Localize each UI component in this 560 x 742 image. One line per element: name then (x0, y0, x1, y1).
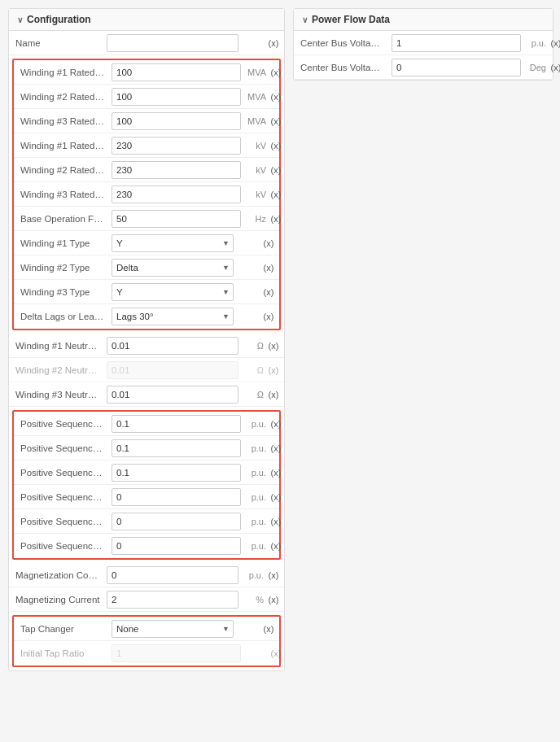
winding3-type-select[interactable]: Y Delta (112, 283, 234, 301)
pos-seq-6-input[interactable] (112, 537, 241, 555)
winding3-type-row: Winding #3 Type Y Delta ▼ (x) (14, 280, 279, 304)
winding3-rated-mva-input[interactable] (112, 112, 241, 130)
winding3-rated-kv-unit: kV (243, 190, 266, 199)
mag-conductance-row: Magnetization Con... p.u. (x) (9, 563, 284, 587)
winding3-neutral-input[interactable] (107, 386, 238, 404)
pos-seq-2-unit: p.u. (243, 443, 266, 453)
winding2-neutral-label: Winding #2 Neutral... (9, 364, 107, 377)
pos-seq-3-wrap: p.u. (x) (112, 464, 287, 482)
winding1-rated-mva-row: Winding #1 Rated ... MVA (x) (14, 60, 279, 85)
center-bus-voltage-pu-x[interactable]: (x) (549, 38, 560, 48)
pos-seq-6-x[interactable]: (x) (269, 541, 287, 551)
delta-lags-x[interactable]: (x) (261, 312, 279, 321)
base-freq-input[interactable] (112, 210, 241, 228)
winding3-neutral-row: Winding #3 Neutral... Ω (x) (9, 382, 284, 407)
mag-current-x[interactable]: (x) (266, 595, 284, 605)
pos-seq-6-label: Positive Sequence ... (14, 539, 112, 552)
winding1-neutral-input[interactable] (107, 337, 238, 355)
center-bus-voltage-pu-row: Center Bus Voltage... p.u. (x) (294, 31, 553, 55)
winding1-rated-mva-input[interactable] (112, 63, 241, 81)
base-freq-x[interactable]: (x) (269, 214, 287, 224)
right-panel: ∨ Power Flow Data Center Bus Voltage... … (293, 8, 553, 81)
initial-tap-ratio-x: (x) (269, 648, 287, 658)
pos-seq-1-wrap: p.u. (x) (112, 415, 287, 433)
mag-conductance-input[interactable] (107, 566, 238, 584)
winding1-rated-kv-x[interactable]: (x) (269, 141, 287, 151)
winding2-neutral-x: (x) (266, 365, 284, 375)
pos-seq-1-input[interactable] (112, 415, 241, 433)
mag-conductance-x[interactable]: (x) (266, 570, 284, 580)
winding3-rated-mva-label: Winding #3 Rated ... (14, 115, 112, 128)
winding1-type-select[interactable]: Y Delta (112, 234, 234, 252)
winding2-rated-kv-input[interactable] (112, 161, 241, 179)
center-bus-voltage-pu-input[interactable] (392, 34, 521, 52)
winding2-rated-mva-x[interactable]: (x) (269, 92, 287, 102)
winding1-type-select-wrap: Y Delta ▼ (112, 234, 234, 252)
pos-seq-3-x[interactable]: (x) (269, 468, 287, 478)
delta-lags-select[interactable]: Lags 30° Leads 30° (112, 308, 234, 325)
winding1-neutral-x[interactable]: (x) (266, 341, 284, 351)
winding2-type-select[interactable]: Y Delta (112, 259, 234, 277)
delta-lags-wrap: Lags 30° Leads 30° ▼ (x) (112, 308, 279, 325)
pos-seq-1-unit: p.u. (243, 419, 266, 429)
name-x[interactable]: (x) (266, 38, 284, 48)
center-bus-voltage-pu-unit: p.u. (523, 38, 546, 48)
winding2-rated-mva-input[interactable] (112, 88, 241, 106)
winding3-rated-mva-row: Winding #3 Rated ... MVA (x) (14, 109, 279, 133)
base-freq-unit: Hz (243, 214, 266, 224)
winding3-type-label: Winding #3 Type (14, 286, 112, 299)
pos-seq-5-input[interactable] (112, 513, 241, 530)
tap-changer-x[interactable]: (x) (261, 624, 279, 634)
winding2-type-x[interactable]: (x) (261, 263, 279, 273)
winding3-rated-mva-x[interactable]: (x) (269, 116, 287, 126)
center-bus-voltage-deg-x[interactable]: (x) (549, 63, 560, 72)
winding1-rated-mva-x[interactable]: (x) (269, 68, 287, 77)
chevron-icon: ∨ (17, 15, 23, 24)
center-bus-voltage-deg-input[interactable] (392, 59, 521, 76)
configuration-section-header: ∨ Configuration (9, 9, 284, 31)
winding1-rated-kv-input[interactable] (112, 137, 241, 155)
winding3-rated-mva-wrap: MVA (x) (112, 112, 287, 130)
winding1-rated-mva-unit: MVA (243, 68, 266, 77)
base-freq-row: Base Operation Fre... Hz (x) (14, 207, 279, 231)
mag-current-input[interactable] (107, 591, 238, 609)
pos-seq-6-row: Positive Sequence ... p.u. (x) (14, 534, 279, 558)
mag-current-wrap: % (x) (107, 591, 284, 609)
winding2-rated-kv-x[interactable]: (x) (269, 165, 287, 175)
name-row: Name (x) (9, 31, 284, 55)
name-input[interactable] (107, 34, 238, 52)
winding1-neutral-row: Winding #1 Neutral... Ω (x) (9, 334, 284, 358)
delta-lags-row: Delta Lags or Lead... Lags 30° Leads 30°… (14, 304, 279, 329)
winding1-type-x[interactable]: (x) (261, 238, 279, 248)
initial-tap-ratio-input[interactable] (112, 644, 241, 662)
base-freq-label: Base Operation Fre... (14, 212, 112, 225)
pos-seq-2-x[interactable]: (x) (269, 443, 287, 453)
pos-seq-4-input[interactable] (112, 488, 241, 506)
winding3-rated-kv-input[interactable] (112, 186, 241, 203)
winding3-rated-kv-x[interactable]: (x) (269, 190, 287, 199)
tap-changer-select[interactable]: None Manual Auto (112, 620, 234, 638)
pos-seq-2-wrap: p.u. (x) (112, 439, 287, 457)
winding2-neutral-input[interactable] (107, 361, 238, 379)
winding1-neutral-unit: Ω (241, 341, 264, 351)
pos-seq-4-row: Positive Sequence ... p.u. (x) (14, 485, 279, 509)
delta-lags-label: Delta Lags or Lead... (14, 310, 112, 323)
name-label: Name (9, 37, 107, 50)
pos-seq-2-row: Positive Sequence ... p.u. (x) (14, 436, 279, 460)
pos-seq-3-input[interactable] (112, 464, 241, 482)
winding2-type-select-wrap: Y Delta ▼ (112, 259, 234, 277)
power-flow-section-header: ∨ Power Flow Data (294, 9, 553, 31)
winding3-type-x[interactable]: (x) (261, 287, 279, 297)
winding1-rated-kv-row: Winding #1 Rated ... kV (x) (14, 133, 279, 158)
pos-seq-2-input[interactable] (112, 439, 241, 457)
winding1-rated-kv-label: Winding #1 Rated ... (14, 139, 112, 152)
pos-seq-5-x[interactable]: (x) (269, 517, 287, 526)
pos-seq-3-row: Positive Sequence ... p.u. (x) (14, 460, 279, 485)
winding1-rated-mva-label: Winding #1 Rated ... (14, 66, 112, 79)
winding3-neutral-x[interactable]: (x) (266, 390, 284, 399)
pos-seq-1-x[interactable]: (x) (269, 419, 287, 429)
pos-seq-4-x[interactable]: (x) (269, 492, 287, 502)
winding3-rated-kv-row: Winding #3 Rated ... kV (x) (14, 182, 279, 207)
winding1-rated-kv-unit: kV (243, 141, 266, 151)
pos-seq-5-row: Positive Sequence ... p.u. (x) (14, 509, 279, 534)
